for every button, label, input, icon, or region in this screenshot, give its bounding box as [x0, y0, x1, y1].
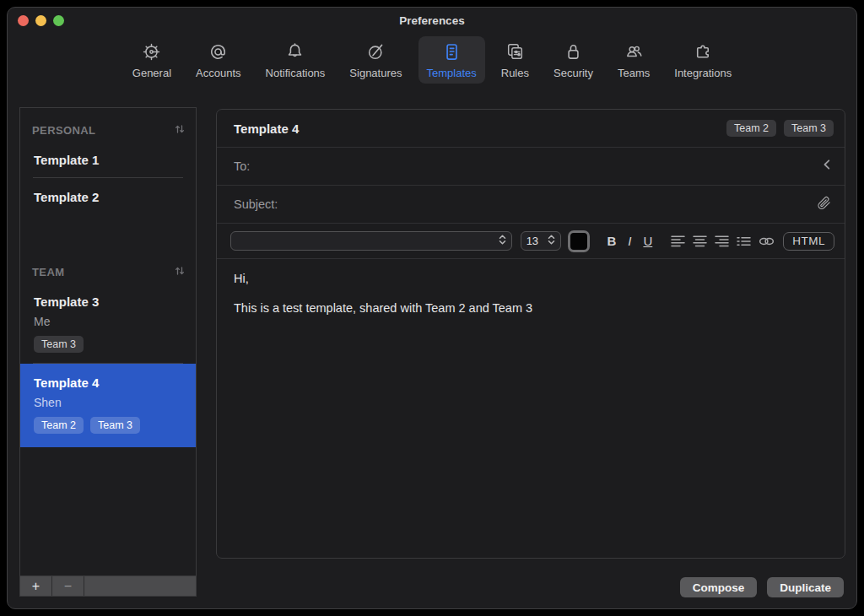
- compose-button[interactable]: Compose: [680, 577, 758, 597]
- tab-label: Signatures: [349, 67, 402, 79]
- font-size-select[interactable]: 13: [521, 231, 562, 251]
- duplicate-button[interactable]: Duplicate: [767, 577, 844, 597]
- personal-section: PERSONAL Template 1 Template 2: [20, 108, 196, 214]
- lock-icon: [563, 41, 584, 65]
- team-badge: Team 3: [90, 417, 140, 434]
- subject-label: Subject:: [234, 197, 817, 211]
- team-section: TEAM Template 3 Me Team 3 Template 4 She…: [20, 250, 196, 447]
- rules-icon: [505, 41, 526, 65]
- underline-button[interactable]: U: [643, 234, 652, 248]
- sort-icon[interactable]: [174, 123, 186, 138]
- subject-field-row[interactable]: Subject:: [217, 185, 845, 223]
- tab-label: General: [132, 67, 171, 79]
- preferences-toolbar: General Accounts Notifications Signature…: [8, 35, 856, 95]
- tab-integrations[interactable]: Integrations: [666, 36, 740, 84]
- template-document-icon: [441, 41, 462, 65]
- titlebar: Preferences: [8, 8, 856, 35]
- bold-button[interactable]: B: [607, 234, 616, 248]
- tab-teams[interactable]: Teams: [609, 36, 658, 84]
- font-size-value: 13: [526, 235, 538, 247]
- list-item-template-3[interactable]: Template 3 Me Team 3: [20, 283, 196, 363]
- tab-label: Templates: [427, 67, 477, 79]
- at-sign-icon: [208, 41, 229, 65]
- tab-rules[interactable]: Rules: [493, 36, 537, 84]
- footer-filler: [84, 576, 196, 596]
- add-template-button[interactable]: +: [20, 576, 52, 596]
- tab-notifications[interactable]: Notifications: [257, 36, 334, 84]
- sort-icon[interactable]: [174, 265, 186, 279]
- html-mode-button[interactable]: HTML: [783, 232, 834, 251]
- text-color-well[interactable]: [568, 230, 590, 252]
- to-label: To:: [234, 159, 822, 173]
- template-owner: Me: [34, 315, 182, 328]
- template-title: Template 3: [34, 294, 182, 309]
- chevron-left-icon[interactable]: [822, 159, 831, 174]
- window-title: Preferences: [8, 14, 856, 27]
- body-line: This is a test template, shared with Tea…: [234, 301, 828, 315]
- team-section-header: TEAM: [20, 250, 196, 283]
- tab-label: Notifications: [266, 67, 326, 79]
- tab-accounts[interactable]: Accounts: [187, 36, 249, 84]
- team-badge: Team 2: [34, 417, 84, 434]
- people-icon: [624, 41, 645, 65]
- signature-pen-icon: [365, 41, 386, 65]
- template-list: PERSONAL Template 1 Template 2 TEAM Temp…: [20, 108, 196, 575]
- editor-template-title: Template 4: [234, 122, 726, 136]
- template-body-editor[interactable]: Hi, This is a test template, shared with…: [217, 258, 845, 558]
- tab-label: Integrations: [674, 67, 732, 79]
- tab-label: Accounts: [196, 67, 240, 79]
- section-title: PERSONAL: [32, 124, 95, 137]
- team-badge: Team 3: [784, 120, 834, 137]
- tab-signatures[interactable]: Signatures: [341, 36, 410, 84]
- stepper-icon: [548, 234, 555, 248]
- list-item-template-4-selected[interactable]: Template 4 Shen Team 2 Team 3: [20, 364, 196, 447]
- align-center-button[interactable]: [693, 235, 707, 247]
- editor-header: Template 4 Team 2 Team 3: [217, 110, 845, 147]
- tab-label: Rules: [501, 67, 529, 79]
- template-title: Template 1: [34, 153, 182, 167]
- team-badge: Team 3: [34, 336, 84, 353]
- format-toolbar: 13 B I U HTML: [217, 223, 845, 258]
- font-family-select[interactable]: [230, 231, 512, 251]
- align-right-button[interactable]: [715, 235, 729, 247]
- list-item-template-2[interactable]: Template 2: [20, 178, 196, 214]
- tab-general[interactable]: General: [124, 36, 180, 84]
- template-editor-panel: Template 4 Team 2 Team 3 To: Subject: 13: [216, 109, 845, 559]
- template-owner: Shen: [34, 396, 182, 409]
- remove-template-button[interactable]: −: [52, 576, 84, 596]
- bell-icon: [284, 41, 305, 65]
- bottom-actions: Compose Duplicate: [680, 577, 844, 597]
- sidebar-footer: + −: [20, 575, 196, 596]
- align-left-button[interactable]: [671, 235, 685, 247]
- template-title: Template 2: [34, 190, 182, 204]
- puzzle-icon: [693, 41, 714, 65]
- link-button[interactable]: [759, 235, 775, 247]
- section-title: TEAM: [32, 266, 64, 278]
- gear-icon: [141, 41, 162, 65]
- template-list-sidebar: PERSONAL Template 1 Template 2 TEAM Temp…: [19, 107, 197, 597]
- preferences-window: Preferences General Accounts Notificatio…: [7, 7, 857, 609]
- tab-label: Teams: [618, 67, 650, 79]
- list-item-template-1[interactable]: Template 1: [20, 141, 196, 177]
- team-badge: Team 2: [726, 120, 776, 137]
- template-title: Template 4: [34, 376, 182, 390]
- body-line: Hi,: [234, 272, 828, 285]
- bullet-list-button[interactable]: [737, 235, 751, 247]
- tab-label: Security: [554, 67, 593, 79]
- tab-security[interactable]: Security: [545, 36, 602, 84]
- paperclip-icon[interactable]: [817, 196, 831, 213]
- italic-button[interactable]: I: [628, 234, 631, 248]
- to-field-row[interactable]: To:: [217, 147, 845, 185]
- stepper-icon: [499, 234, 506, 248]
- tab-templates[interactable]: Templates: [418, 36, 485, 84]
- personal-section-header: PERSONAL: [20, 108, 196, 141]
